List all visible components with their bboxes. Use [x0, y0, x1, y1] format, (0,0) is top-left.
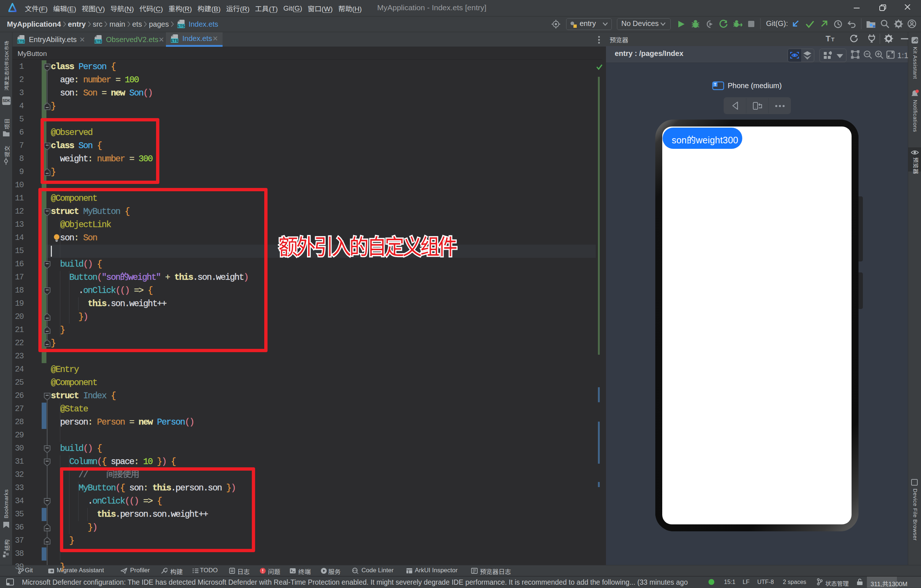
- svg-text:T: T: [714, 82, 716, 87]
- svg-text:ETS: ETS: [171, 38, 178, 43]
- svg-text:T: T: [831, 36, 835, 42]
- svg-text:ETS: ETS: [177, 24, 185, 28]
- svg-text:T: T: [826, 34, 831, 43]
- svg-text:ETS: ETS: [94, 39, 102, 44]
- svg-text:ETS: ETS: [17, 39, 24, 44]
